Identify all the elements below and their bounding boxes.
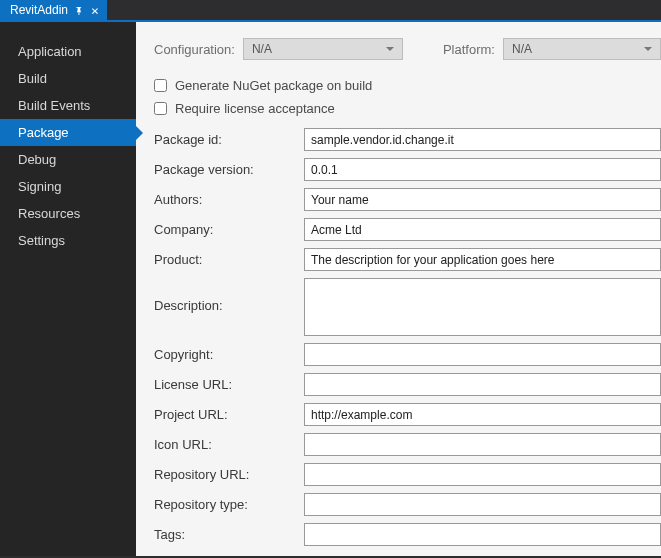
sidebar-item-application[interactable]: Application: [0, 38, 136, 65]
sidebar-item-label: Signing: [18, 179, 61, 194]
platform-label: Platform:: [443, 42, 495, 57]
platform-value: N/A: [512, 42, 532, 56]
product-label: Product:: [154, 252, 304, 267]
tags-input[interactable]: [304, 523, 661, 546]
package-version-label: Package version:: [154, 162, 304, 177]
project-url-label: Project URL:: [154, 407, 304, 422]
editor-tab-title: RevitAddin: [10, 3, 68, 17]
require-license-label: Require license acceptance: [175, 101, 335, 116]
sidebar: Application Build Build Events Package D…: [0, 22, 136, 556]
description-input[interactable]: [304, 278, 661, 336]
chevron-down-icon: [386, 47, 394, 51]
sidebar-item-resources[interactable]: Resources: [0, 200, 136, 227]
package-id-input[interactable]: [304, 128, 661, 151]
sidebar-item-label: Application: [18, 44, 82, 59]
description-label: Description:: [154, 278, 304, 313]
repository-type-label: Repository type:: [154, 497, 304, 512]
company-label: Company:: [154, 222, 304, 237]
pin-icon[interactable]: [74, 6, 83, 15]
product-input[interactable]: [304, 248, 661, 271]
icon-url-label: Icon URL:: [154, 437, 304, 452]
require-license-checkbox[interactable]: [154, 102, 167, 115]
sidebar-item-label: Settings: [18, 233, 65, 248]
editor-tabs: RevitAddin ×: [0, 0, 661, 22]
platform-combo[interactable]: N/A: [503, 38, 661, 60]
generate-nuget-checkbox[interactable]: [154, 79, 167, 92]
icon-url-input[interactable]: [304, 433, 661, 456]
close-icon[interactable]: ×: [89, 3, 101, 18]
generate-nuget-label: Generate NuGet package on build: [175, 78, 372, 93]
sidebar-item-label: Package: [18, 125, 69, 140]
sidebar-item-package[interactable]: Package: [0, 119, 136, 146]
main-panel: Configuration: N/A Platform: N/A Generat…: [136, 22, 661, 556]
configuration-label: Configuration:: [154, 42, 235, 57]
sidebar-item-signing[interactable]: Signing: [0, 173, 136, 200]
sidebar-item-debug[interactable]: Debug: [0, 146, 136, 173]
chevron-down-icon: [644, 47, 652, 51]
require-license-row: Require license acceptance: [154, 101, 661, 116]
tags-label: Tags:: [154, 527, 304, 542]
config-row: Configuration: N/A Platform: N/A: [154, 38, 661, 60]
sidebar-item-label: Resources: [18, 206, 80, 221]
editor-tab-revitaddin[interactable]: RevitAddin ×: [0, 0, 107, 20]
configuration-value: N/A: [252, 42, 272, 56]
generate-nuget-row: Generate NuGet package on build: [154, 78, 661, 93]
copyright-label: Copyright:: [154, 347, 304, 362]
company-input[interactable]: [304, 218, 661, 241]
license-url-label: License URL:: [154, 377, 304, 392]
package-id-label: Package id:: [154, 132, 304, 147]
sidebar-item-build[interactable]: Build: [0, 65, 136, 92]
configuration-combo[interactable]: N/A: [243, 38, 403, 60]
authors-label: Authors:: [154, 192, 304, 207]
sidebar-item-label: Build Events: [18, 98, 90, 113]
repository-url-input[interactable]: [304, 463, 661, 486]
authors-input[interactable]: [304, 188, 661, 211]
package-version-input[interactable]: [304, 158, 661, 181]
license-url-input[interactable]: [304, 373, 661, 396]
project-url-input[interactable]: [304, 403, 661, 426]
repository-type-input[interactable]: [304, 493, 661, 516]
sidebar-item-build-events[interactable]: Build Events: [0, 92, 136, 119]
copyright-input[interactable]: [304, 343, 661, 366]
repository-url-label: Repository URL:: [154, 467, 304, 482]
sidebar-item-settings[interactable]: Settings: [0, 227, 136, 254]
sidebar-item-label: Build: [18, 71, 47, 86]
sidebar-item-label: Debug: [18, 152, 56, 167]
